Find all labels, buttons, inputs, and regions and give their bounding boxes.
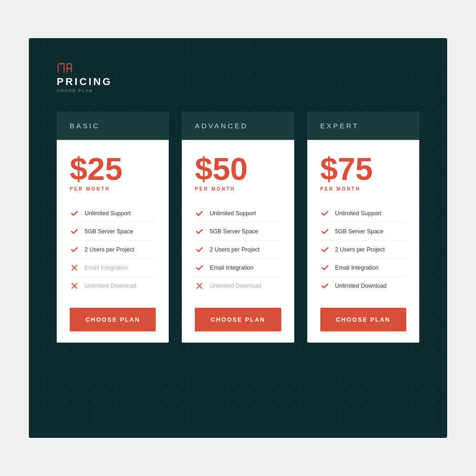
period-basic: PER MONTH	[70, 186, 156, 192]
check-icon	[320, 209, 330, 218]
choose-plan-button-basic[interactable]: CHOOSE PLAN	[70, 308, 156, 331]
feature-label: 5GB Server Space	[85, 228, 133, 235]
price-advanced: $50	[195, 153, 281, 185]
plan-card-basic: BASIC$25PER MONTHUnlimited Support5GB Se…	[57, 112, 169, 343]
check-icon	[320, 281, 330, 291]
plan-name-basic: BASIC	[70, 122, 156, 130]
features-list-basic: Unlimited Support5GB Server Space2 Users…	[70, 205, 156, 295]
feature-label: 2 Users per Project	[335, 246, 385, 253]
check-icon	[320, 263, 330, 272]
choose-plan-button-expert[interactable]: CHOOSE PLAN	[320, 308, 406, 331]
plan-name-expert: EXPERT	[320, 122, 406, 130]
list-item: 5GB Server Space	[70, 223, 156, 241]
cross-icon	[195, 281, 204, 291]
list-item: Email Integration	[70, 259, 156, 277]
feature-label: 5GB Server Space	[335, 228, 383, 235]
list-item: Email Integration	[195, 259, 281, 277]
plans-container: BASIC$25PER MONTHUnlimited Support5GB Se…	[57, 112, 419, 343]
feature-label: Unlimited Download	[335, 283, 387, 289]
pricing-page: PRICING CHOSE PLAN BASIC$25PER MONTHUnli…	[29, 38, 447, 438]
brand-logo-icon	[57, 61, 74, 74]
price-basic: $25	[70, 153, 156, 185]
logo	[57, 61, 419, 74]
list-item: Unlimited Download	[195, 277, 281, 295]
check-icon	[195, 245, 204, 254]
list-item: Unlimited Support	[195, 205, 281, 223]
cross-icon	[70, 281, 79, 291]
header-text: PRICING CHOSE PLAN	[57, 76, 419, 93]
features-list-expert: Unlimited Support5GB Server Space2 Users…	[320, 205, 406, 295]
feature-label: Unlimited Download	[210, 283, 261, 289]
feature-label: Unlimited Support	[210, 210, 256, 217]
period-advanced: PER MONTH	[195, 186, 281, 192]
price-section-advanced: $50PER MONTH	[195, 153, 281, 192]
list-item: 5GB Server Space	[195, 223, 281, 241]
check-icon	[195, 263, 204, 272]
period-expert: PER MONTH	[320, 186, 406, 192]
card-header-advanced: ADVANCED	[182, 112, 294, 140]
list-item: Unlimited Support	[320, 205, 406, 223]
list-item: 2 Users per Project	[320, 241, 406, 259]
page-header: PRICING CHOSE PLAN	[57, 61, 419, 93]
card-header-basic: BASIC	[57, 112, 169, 140]
choose-plan-button-advanced[interactable]: CHOOSE PLAN	[195, 308, 281, 331]
list-item: 2 Users per Project	[195, 241, 281, 259]
check-icon	[70, 209, 79, 218]
feature-label: Email Integration	[335, 264, 379, 271]
feature-label: Email Integration	[210, 264, 253, 271]
feature-label: Unlimited Support	[85, 210, 131, 217]
page-subtitle: CHOSE PLAN	[57, 88, 419, 93]
feature-label: Unlimited Support	[335, 210, 381, 217]
price-expert: $75	[320, 153, 406, 185]
check-icon	[195, 227, 204, 236]
check-icon	[70, 245, 79, 254]
list-item: Unlimited Download	[70, 277, 156, 295]
list-item: Unlimited Download	[320, 277, 406, 295]
feature-label: 2 Users per Project	[85, 246, 134, 253]
check-icon	[70, 227, 79, 236]
card-header-expert: EXPERT	[307, 112, 419, 140]
list-item: Email Integration	[320, 259, 406, 277]
price-section-basic: $25PER MONTH	[70, 153, 156, 192]
cross-icon	[70, 263, 79, 272]
check-icon	[320, 227, 330, 236]
plan-card-expert: EXPERT$75PER MONTHUnlimited Support5GB S…	[307, 112, 419, 343]
price-section-expert: $75PER MONTH	[320, 153, 406, 192]
card-body-basic: $25PER MONTHUnlimited Support5GB Server …	[57, 140, 169, 343]
list-item: Unlimited Support	[70, 205, 156, 223]
features-list-advanced: Unlimited Support5GB Server Space2 Users…	[195, 205, 281, 295]
check-icon	[195, 209, 204, 218]
card-body-expert: $75PER MONTHUnlimited Support5GB Server …	[307, 140, 419, 343]
check-icon	[320, 245, 330, 254]
feature-label: Email Integration	[85, 264, 128, 271]
page-title: PRICING	[57, 76, 419, 87]
feature-label: 5GB Server Space	[210, 228, 258, 235]
feature-label: Unlimited Download	[85, 283, 136, 289]
plan-card-advanced: ADVANCED$50PER MONTHUnlimited Support5GB…	[182, 112, 294, 343]
feature-label: 2 Users per Project	[210, 246, 259, 253]
plan-name-advanced: ADVANCED	[195, 122, 281, 130]
list-item: 5GB Server Space	[320, 223, 406, 241]
card-body-advanced: $50PER MONTHUnlimited Support5GB Server …	[182, 140, 294, 343]
list-item: 2 Users per Project	[70, 241, 156, 259]
